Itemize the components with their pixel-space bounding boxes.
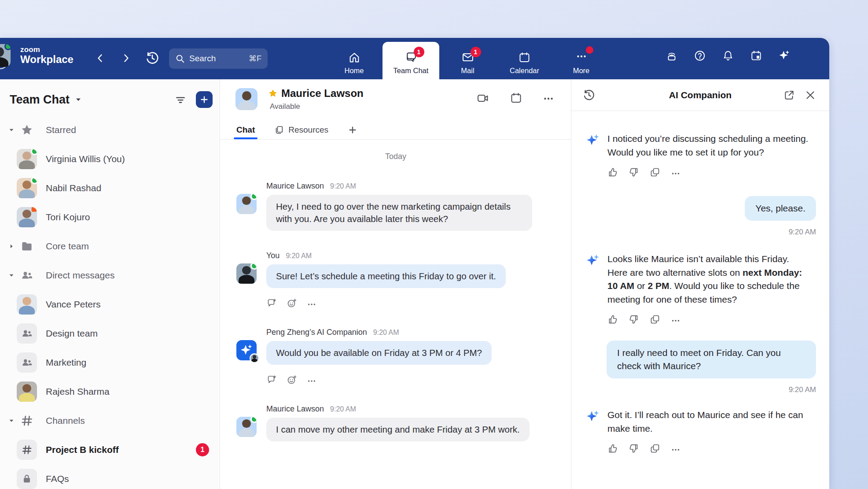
ai-sparkle-icon	[585, 133, 600, 148]
sidebar-item-marketing[interactable]: Marketing	[0, 348, 220, 377]
avatar[interactable]	[235, 88, 257, 110]
copy-icon[interactable]	[650, 167, 660, 178]
notifications-bell-icon[interactable]	[722, 49, 734, 62]
close-icon[interactable]	[805, 89, 816, 101]
tab-calendar[interactable]: Calendar	[496, 38, 553, 79]
calendar-date-icon[interactable]	[750, 49, 762, 62]
starred-icon[interactable]	[268, 89, 278, 98]
message-bubble[interactable]: I can move my other meeting and make Fri…	[266, 418, 530, 441]
main-nav-tabs: Home 1 Team Chat 1 Mail Calendar	[326, 38, 610, 79]
user-message: I really need to meet on Friday. Can you…	[585, 341, 816, 394]
schedule-meeting-icon[interactable]	[510, 92, 522, 105]
new-chat-button[interactable]	[196, 91, 213, 108]
sidebar-item-vance-peters[interactable]: Vance Peters	[0, 290, 220, 319]
online-status-dot	[250, 263, 257, 270]
add-reaction-icon[interactable]	[287, 374, 297, 386]
tab-chat[interactable]: Chat	[236, 122, 255, 138]
user-message: Yes, please. 9:20 AM	[585, 196, 816, 237]
avatar[interactable]	[236, 417, 257, 437]
start-video-icon[interactable]	[476, 92, 489, 105]
sidebar-item-faqs[interactable]: FAQs	[0, 464, 220, 489]
feedback-more-icon[interactable]	[671, 167, 680, 178]
avatar[interactable]	[236, 263, 257, 284]
sidebar-list: Starred Virginia Willis (You) Nabil Rash…	[0, 115, 220, 489]
ai-companion-avatar[interactable]	[236, 340, 257, 360]
copy-icon[interactable]	[650, 443, 660, 455]
user-bubble[interactable]: Yes, please.	[745, 196, 816, 221]
sidebar-item-virginia-willis[interactable]: Virginia Willis (You)	[0, 144, 220, 174]
user-bubble[interactable]: I really need to meet on Friday. Can you…	[607, 341, 816, 378]
thumbs-down-icon[interactable]	[629, 314, 639, 326]
ai-companion-panel: AI Companion I noticed you’re discussing…	[571, 79, 829, 489]
thumbs-up-icon[interactable]	[607, 167, 618, 178]
message-bubble[interactable]: Would you be available on Friday at 3 PM…	[266, 341, 492, 365]
open-in-window-icon[interactable]	[783, 89, 795, 101]
message-bubble[interactable]: Sure! Let’s schedule a meeting this Frid…	[266, 264, 506, 288]
thumbs-up-icon[interactable]	[607, 314, 618, 326]
team-chat-sidebar: Team Chat Starred Virginia Willis (You)	[0, 79, 220, 489]
sidebar-title: Team Chat	[10, 93, 70, 107]
reply-in-thread-icon[interactable]	[266, 298, 277, 309]
mail-icon: 1	[461, 51, 474, 64]
date-divider: Today	[236, 152, 555, 161]
ai-companion-sparkle-icon[interactable]	[778, 49, 791, 62]
sidebar-item-tori-kojuro[interactable]: Tori Kojuro	[0, 203, 220, 232]
tab-mail[interactable]: 1 Mail	[439, 38, 496, 79]
profile-status-dot	[4, 44, 11, 50]
sidebar-item-project-b-kickoff[interactable]: Project B kickoff 1	[0, 435, 220, 464]
add-reaction-icon[interactable]	[287, 298, 297, 309]
filter-icon[interactable]	[175, 94, 186, 105]
online-status-dot	[31, 178, 37, 184]
copy-icon[interactable]	[650, 314, 660, 326]
sidebar-title-chevron-icon[interactable]	[75, 96, 82, 103]
message-bubble[interactable]: Hey, I need to go over the new marketing…	[266, 195, 532, 231]
thumbs-down-icon[interactable]	[629, 443, 639, 455]
logo-workplace: Workplace	[20, 54, 74, 65]
team-chat-badge: 1	[414, 47, 424, 57]
zoom-workplace-window: zoom Workplace Search ⌘F Home 1 Team Cha…	[0, 38, 829, 489]
ai-sparkle-icon	[585, 409, 600, 424]
online-status-dot	[250, 417, 257, 423]
channel-hash-icon	[17, 440, 37, 460]
back-icon[interactable]	[92, 50, 108, 66]
online-status-dot	[250, 194, 257, 200]
tab-team-chat[interactable]: 1 Team Chat	[383, 42, 439, 79]
chat-more-icon[interactable]	[543, 92, 554, 105]
caret-down-icon[interactable]	[7, 418, 16, 424]
sidebar-item-rajesh-sharma[interactable]: Rajesh Sharma	[0, 377, 220, 406]
message-more-icon[interactable]	[307, 374, 316, 386]
sidebar-item-nabil-rashad[interactable]: Nabil Rashad	[0, 174, 220, 203]
sidebar-section-direct-messages[interactable]: Direct messages	[0, 261, 220, 290]
sidebar-section-starred[interactable]: Starred	[0, 115, 220, 144]
search-input[interactable]: Search ⌘F	[169, 48, 268, 69]
zoom-rooms-icon[interactable]	[666, 49, 678, 62]
tab-more[interactable]: More	[553, 38, 610, 79]
reply-in-thread-icon[interactable]	[266, 374, 277, 386]
feedback-more-icon[interactable]	[671, 314, 680, 326]
forward-icon[interactable]	[118, 50, 134, 66]
profile-avatar[interactable]	[0, 44, 11, 67]
message: Maurice Lawson 9:20 AM Hey, I need to go…	[236, 182, 555, 231]
message-more-icon[interactable]	[307, 298, 316, 309]
thumbs-down-icon[interactable]	[629, 167, 639, 178]
sidebar-item-design-team[interactable]: Design team	[0, 319, 220, 348]
help-icon[interactable]	[694, 49, 706, 62]
team-chat-icon: 1	[405, 51, 418, 64]
message: Peng Zheng’s AI Companion 9:20 AM Would …	[236, 328, 555, 386]
search-placeholder: Search	[189, 54, 244, 63]
star-icon	[17, 120, 37, 140]
sidebar-section-channels[interactable]: Channels	[0, 406, 220, 435]
history-icon[interactable]	[145, 51, 159, 65]
tab-resources[interactable]: Resources	[274, 122, 328, 138]
add-tab-button[interactable]	[348, 122, 357, 138]
caret-down-icon[interactable]	[7, 127, 16, 133]
caret-right-icon[interactable]	[7, 243, 16, 249]
chat-tabs: Chat Resources	[236, 122, 571, 138]
tab-home[interactable]: Home	[326, 38, 383, 79]
avatar[interactable]	[236, 194, 257, 214]
feedback-more-icon[interactable]	[671, 443, 680, 455]
zoom-workplace-logo: zoom Workplace	[20, 46, 74, 65]
caret-down-icon[interactable]	[7, 272, 16, 278]
sidebar-section-core-team[interactable]: Core team	[0, 232, 220, 261]
thumbs-up-icon[interactable]	[607, 443, 618, 455]
